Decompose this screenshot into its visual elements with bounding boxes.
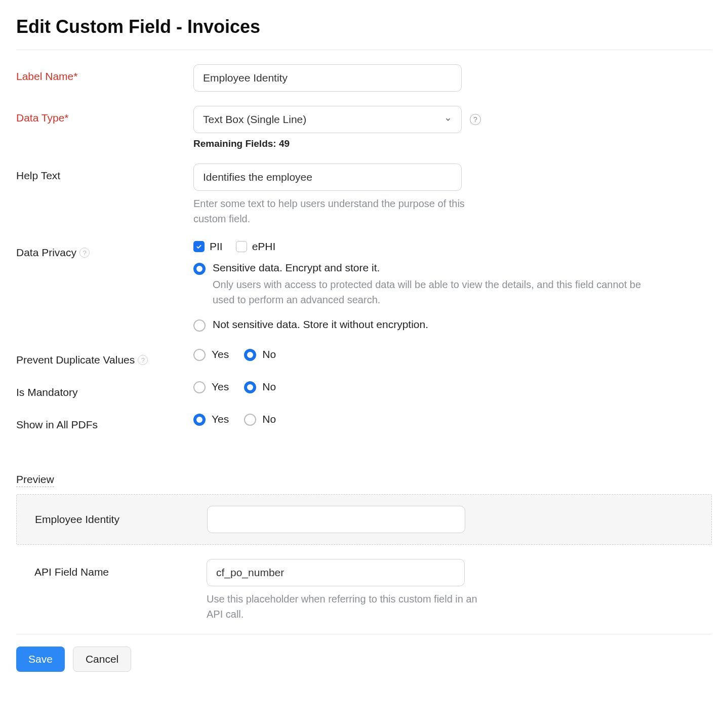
preview-heading: Preview — [16, 473, 54, 487]
yes-label: Yes — [212, 413, 229, 425]
help-icon[interactable]: ? — [138, 355, 148, 365]
label-label-name: Label Name* — [16, 64, 193, 83]
mandatory-no-radio[interactable]: No — [244, 380, 276, 393]
no-label: No — [262, 348, 276, 360]
row-label-name: Label Name* — [16, 64, 712, 92]
yes-label: Yes — [212, 381, 229, 393]
label-help-text: Help Text — [16, 164, 193, 182]
divider — [16, 634, 712, 634]
chevron-down-icon — [444, 115, 452, 124]
preview-input[interactable] — [207, 506, 465, 533]
api-field-name-input[interactable] — [207, 559, 465, 586]
not-sensitive-label: Not sensitive data. Store it without enc… — [213, 318, 712, 331]
data-type-value: Text Box (Single Line) — [203, 113, 306, 126]
api-field-hint: Use this placeholder when referring to t… — [207, 591, 490, 622]
row-is-mandatory: Is Mandatory Yes No — [16, 380, 712, 398]
ephi-checkbox[interactable]: ePHI — [236, 240, 276, 253]
showpdf-yes-radio[interactable]: Yes — [193, 413, 229, 426]
label-prevent-dup: Prevent Duplicate Values ? — [16, 348, 193, 366]
no-label: No — [262, 413, 276, 425]
radio-selected-icon — [244, 381, 256, 393]
sensitive-desc: Only users with access to protected data… — [213, 277, 658, 307]
ephi-label: ePHI — [252, 240, 276, 253]
radio-unselected-icon — [193, 349, 206, 361]
data-type-select[interactable]: Text Box (Single Line) — [193, 106, 462, 133]
sensitive-radio[interactable]: Sensitive data. Encrypt and store it. On… — [193, 262, 712, 307]
label-api-field-name: API Field Name — [34, 559, 207, 578]
preview-field-label: Employee Identity — [35, 513, 207, 526]
help-icon[interactable]: ? — [470, 114, 481, 125]
label-is-mandatory: Is Mandatory — [16, 380, 193, 398]
label-show-pdf: Show in All PDFs — [16, 413, 193, 431]
save-button[interactable]: Save — [16, 647, 65, 672]
not-sensitive-radio[interactable]: Not sensitive data. Store it without enc… — [193, 318, 712, 334]
pii-checkbox[interactable]: PII — [193, 240, 223, 253]
radio-unselected-icon — [244, 414, 256, 426]
radio-selected-icon — [244, 349, 256, 361]
checkbox-unchecked-icon — [236, 241, 247, 252]
remaining-fields-text: Remaining Fields: 49 — [193, 138, 712, 149]
pii-label: PII — [210, 240, 223, 253]
checkbox-checked-icon — [193, 241, 205, 252]
label-data-privacy: Data Privacy ? — [16, 240, 193, 259]
row-help-text: Help Text Enter some text to help users … — [16, 164, 712, 226]
preview-box: Employee Identity — [16, 494, 712, 545]
prevent-dup-yes-radio[interactable]: Yes — [193, 348, 229, 361]
label-name-input[interactable] — [193, 64, 462, 92]
row-api-field-name: API Field Name Use this placeholder when… — [16, 559, 712, 622]
radio-selected-icon — [193, 263, 206, 275]
prevent-dup-no-radio[interactable]: No — [244, 348, 276, 361]
cancel-button[interactable]: Cancel — [73, 647, 131, 672]
row-data-type: Data Type* Text Box (Single Line) ? Rema… — [16, 106, 712, 149]
showpdf-no-radio[interactable]: No — [244, 413, 276, 426]
help-text-hint: Enter some text to help users understand… — [193, 196, 467, 226]
row-prevent-dup: Prevent Duplicate Values ? Yes No — [16, 348, 712, 366]
help-icon[interactable]: ? — [79, 248, 90, 258]
row-data-privacy: Data Privacy ? PII ePHI Sensitiv — [16, 240, 712, 334]
radio-unselected-icon — [193, 319, 206, 332]
help-text-input[interactable] — [193, 164, 462, 191]
mandatory-yes-radio[interactable]: Yes — [193, 380, 229, 393]
radio-selected-icon — [193, 414, 206, 426]
row-show-pdf: Show in All PDFs Yes No — [16, 413, 712, 431]
yes-label: Yes — [212, 348, 229, 360]
no-label: No — [262, 381, 276, 393]
page-title: Edit Custom Field - Invoices — [16, 16, 712, 50]
label-data-type: Data Type* — [16, 106, 193, 124]
sensitive-label: Sensitive data. Encrypt and store it. — [213, 262, 712, 274]
radio-unselected-icon — [193, 381, 206, 393]
